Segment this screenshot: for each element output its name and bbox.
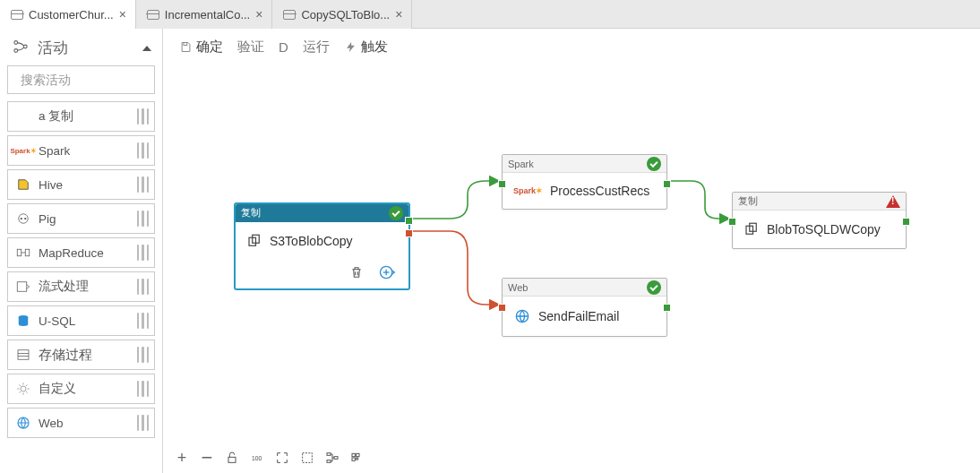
- pipeline-toolbar: 确定 验证 D 运行 触发: [163, 29, 980, 64]
- node-s3toblobcopy[interactable]: 复制 S3ToBlobCopy: [235, 203, 409, 289]
- pipeline-icon: [147, 10, 159, 20]
- activity-usql[interactable]: U-SQL: [7, 305, 155, 336]
- svg-point-16: [21, 386, 26, 391]
- port-success[interactable]: [902, 218, 910, 226]
- sproc-icon: [15, 347, 31, 363]
- drag-handle-icon[interactable]: [137, 245, 150, 261]
- autolayout-button[interactable]: [324, 450, 340, 466]
- status-ok-icon: [647, 280, 661, 295]
- zoom-100-button[interactable]: 100: [249, 450, 265, 466]
- node-type-label: Web: [508, 282, 528, 293]
- activity-web[interactable]: Web: [7, 408, 155, 438]
- add-output-icon[interactable]: [378, 263, 396, 281]
- drag-handle-icon[interactable]: [137, 108, 150, 125]
- svg-rect-18: [184, 42, 187, 45]
- close-icon[interactable]: ×: [395, 7, 402, 22]
- activity-hive[interactable]: Hive: [7, 169, 155, 200]
- node-type-label: Spark: [508, 159, 534, 169]
- pipeline-icon: [283, 10, 296, 20]
- activity-label: Pig: [39, 212, 130, 226]
- status-warn-icon: [886, 195, 900, 208]
- drag-handle-icon[interactable]: [137, 142, 150, 159]
- activity-label: 自定义: [39, 381, 130, 397]
- debug-button[interactable]: D: [273, 36, 294, 58]
- mapreduce-icon: [15, 245, 31, 261]
- drag-handle-icon[interactable]: [137, 347, 150, 363]
- drag-handle-icon[interactable]: [137, 381, 150, 397]
- node-type-label: 复制: [738, 194, 758, 208]
- save-button[interactable]: 确定: [174, 35, 228, 59]
- spark-icon: Spark✶: [513, 186, 543, 195]
- activities-sidebar: 活动 a 复制 Spark✶ Spark Hive: [0, 29, 163, 473]
- svg-rect-34: [352, 453, 355, 456]
- port-success[interactable]: [405, 217, 413, 225]
- status-ok-icon: [389, 206, 403, 220]
- status-ok-icon: [647, 157, 661, 171]
- port-input[interactable]: [498, 180, 506, 188]
- zoom-out-button[interactable]: −: [199, 450, 215, 466]
- port-input[interactable]: [728, 218, 736, 226]
- activity-custom[interactable]: 自定义: [7, 374, 155, 404]
- close-icon[interactable]: ×: [255, 7, 262, 22]
- svg-rect-32: [327, 460, 331, 463]
- svg-rect-9: [25, 249, 30, 256]
- search-input[interactable]: [21, 73, 177, 87]
- svg-rect-36: [352, 458, 355, 460]
- delete-icon[interactable]: [349, 265, 364, 280]
- run-button[interactable]: 运行: [297, 35, 335, 59]
- activity-mapreduce[interactable]: MapReduce: [7, 237, 155, 268]
- pipeline-canvas[interactable]: 复制 S3ToBlobCopy Spark: [163, 64, 980, 473]
- activity-pig[interactable]: Pig: [7, 203, 155, 234]
- activities-list: a 复制 Spark✶ Spark Hive Pig MapReduce: [0, 101, 162, 473]
- node-sendfailemail[interactable]: Web SendFailEmail: [502, 278, 667, 337]
- drag-handle-icon[interactable]: [137, 279, 150, 295]
- minimap-button[interactable]: [349, 450, 365, 466]
- copy-activity-icon: [744, 221, 760, 237]
- tab-customerchurn[interactable]: CustomerChur... ×: [0, 0, 136, 29]
- search-activities[interactable]: [7, 65, 155, 94]
- activities-icon: [13, 39, 29, 57]
- drag-handle-icon[interactable]: [137, 211, 150, 227]
- tab-incrementalcopy[interactable]: IncrementalCo... ×: [136, 0, 273, 29]
- usql-icon: [15, 313, 31, 329]
- web-icon: [15, 415, 31, 431]
- activity-copy[interactable]: a 复制: [7, 101, 155, 132]
- close-icon[interactable]: ×: [119, 7, 126, 22]
- trigger-button[interactable]: 触发: [339, 35, 393, 59]
- node-processcustrecs[interactable]: Spark Spark✶ ProcessCustRecs: [502, 154, 667, 210]
- svg-rect-11: [17, 282, 27, 292]
- drag-handle-icon[interactable]: [137, 415, 150, 431]
- port-failure[interactable]: [405, 229, 413, 237]
- activity-label: Spark: [39, 144, 130, 158]
- hive-icon: [15, 176, 31, 193]
- fit-button[interactable]: [274, 450, 290, 466]
- drag-handle-icon[interactable]: [137, 176, 150, 193]
- svg-rect-31: [327, 453, 331, 456]
- lock-button[interactable]: [224, 450, 240, 466]
- pipeline-icon: [11, 10, 23, 20]
- activity-streaming[interactable]: 流式处理: [7, 271, 155, 302]
- activity-storedproc[interactable]: 存储过程: [7, 340, 155, 370]
- svg-rect-30: [303, 453, 313, 463]
- port-input[interactable]: [498, 304, 506, 312]
- port-success[interactable]: [663, 304, 671, 312]
- node-type-label: 复制: [241, 206, 261, 219]
- node-blobtosqldwcopy[interactable]: 复制 BlobToSQLDWCopy: [732, 192, 907, 249]
- sidebar-header[interactable]: 活动: [0, 29, 162, 65]
- drag-handle-icon[interactable]: [137, 313, 150, 329]
- port-success[interactable]: [663, 180, 671, 188]
- zoom-in-button[interactable]: +: [174, 450, 190, 466]
- svg-point-5: [19, 214, 29, 224]
- tab-label: IncrementalCo...: [165, 8, 250, 22]
- svg-rect-13: [18, 350, 29, 360]
- chevron-up-icon: [142, 46, 151, 51]
- svg-point-0: [14, 41, 18, 45]
- tab-copysqltoblob[interactable]: CopySQLToBlo... ×: [272, 0, 412, 29]
- activity-spark[interactable]: Spark✶ Spark: [7, 135, 155, 166]
- svg-marker-19: [347, 41, 355, 51]
- fullscreen-button[interactable]: [299, 450, 315, 466]
- canvas-controls: + − 100: [174, 450, 365, 466]
- web-icon: [513, 307, 531, 325]
- validate-button[interactable]: 验证: [232, 35, 270, 59]
- svg-rect-37: [357, 458, 358, 460]
